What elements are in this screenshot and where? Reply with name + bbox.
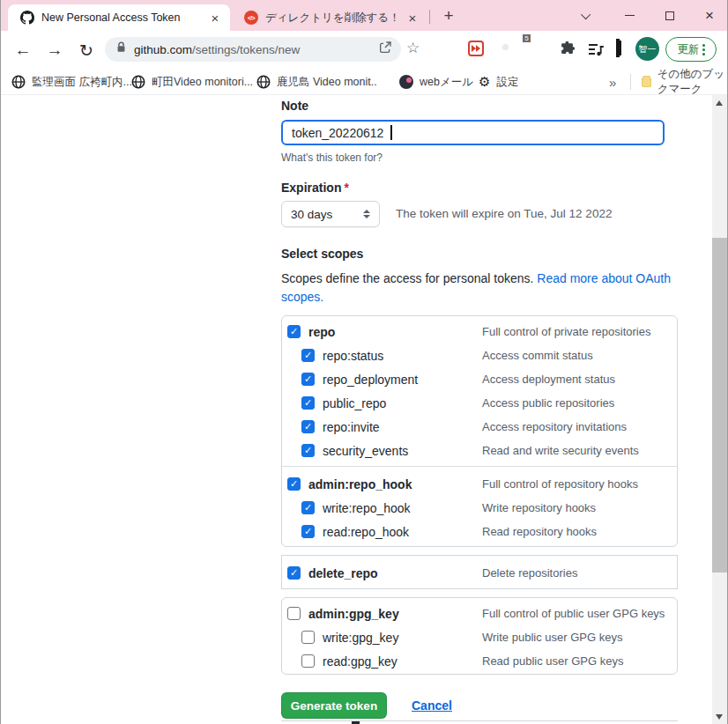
scope-row-public-repo[interactable]: public_repo Access public repositories xyxy=(282,391,677,415)
lock-icon xyxy=(116,41,126,57)
github-page: Note What's this token for? Expiration* … xyxy=(1,95,727,724)
scope-name: repo xyxy=(308,325,335,339)
expiration-label: Expiration* xyxy=(281,181,349,195)
cutoff-section-border xyxy=(281,720,678,721)
checkbox[interactable] xyxy=(301,373,315,386)
bookmark-item-settings[interactable]: ⚙ 設定 xyxy=(479,69,518,95)
globe-icon xyxy=(11,75,26,89)
bookmark-label: 鹿児島 Video monit.. xyxy=(277,75,377,90)
bookmark-item[interactable]: 町田Video monitori... xyxy=(131,69,253,95)
scrollbar-up-arrow-icon[interactable] xyxy=(716,100,723,106)
scope-desc: Read and write security events xyxy=(482,444,639,457)
generate-token-button[interactable]: Generate token xyxy=(281,692,387,719)
scope-name: write:repo_hook xyxy=(323,501,411,515)
scrollbar-thumb[interactable] xyxy=(712,238,727,573)
scope-desc: Delete repositories xyxy=(482,566,577,580)
checkbox[interactable] xyxy=(301,349,315,362)
scope-name: public_repo xyxy=(323,396,386,410)
scope-desc: Access commit status xyxy=(482,349,593,362)
new-tab-button[interactable]: + xyxy=(438,5,459,26)
text-caret xyxy=(390,125,392,140)
scope-name: read:gpg_key xyxy=(323,654,397,669)
scope-desc: Write public user GPG keys xyxy=(482,631,622,644)
checkbox[interactable] xyxy=(301,396,315,410)
note-helper-text: What's this token for? xyxy=(281,151,383,164)
checkbox[interactable] xyxy=(287,566,301,580)
reload-button[interactable]: ↻ xyxy=(75,39,98,62)
scope-name: admin:repo_hook xyxy=(308,477,412,491)
bookmark-item-webmail[interactable]: webメール xyxy=(399,69,473,95)
checkbox[interactable] xyxy=(301,631,315,644)
tab-search-chevron-icon[interactable] xyxy=(572,0,602,31)
browser-window: New Personal Access Token × </> ディレクトリを削… xyxy=(0,0,728,724)
checkbox[interactable] xyxy=(301,654,315,668)
page-scrollbar[interactable] xyxy=(712,95,727,724)
checkbox[interactable] xyxy=(301,420,315,433)
scopes-box: repo Full control of private repositorie… xyxy=(281,315,678,547)
cancel-link[interactable]: Cancel xyxy=(412,698,452,713)
extensions-puzzle-icon[interactable] xyxy=(560,41,575,60)
scope-row-delete-repo[interactable]: delete_repo Delete repositories xyxy=(282,561,677,585)
fastforward-extension-icon[interactable] xyxy=(468,41,484,56)
bookmark-item[interactable]: 鹿児島 Video monit.. xyxy=(256,69,377,95)
scope-row-read-repo-hook[interactable]: read:repo_hook Read repository hooks xyxy=(282,520,677,543)
gear-icon: ⚙ xyxy=(479,74,490,90)
tab-title: New Personal Access Token xyxy=(41,11,200,24)
profile-avatar[interactable]: 智一 xyxy=(635,37,659,61)
scope-row-write-gpg-key[interactable]: write:gpg_key Write public user GPG keys xyxy=(282,625,677,649)
scope-name: repo:invite xyxy=(323,420,380,434)
tab-github-token[interactable]: New Personal Access Token × xyxy=(8,4,230,31)
forward-button[interactable]: → xyxy=(43,39,66,62)
scope-desc: Access repository invitations xyxy=(482,420,627,433)
scope-row-repo-status[interactable]: repo:status Access commit status xyxy=(282,344,677,367)
scope-desc: Full control of public user GPG keys xyxy=(482,607,665,620)
globe-icon xyxy=(131,75,145,89)
other-bookmarks-button[interactable]: その他のブックマーク xyxy=(642,69,727,95)
scope-row-admin-gpg-key[interactable]: admin:gpg_key Full control of public use… xyxy=(282,602,677,625)
checkbox[interactable] xyxy=(287,325,301,338)
scope-row-read-gpg-key[interactable]: read:gpg_key Read public user GPG keys xyxy=(282,649,677,673)
window-close-button[interactable]: × xyxy=(690,0,728,31)
scope-row-repo-deployment[interactable]: repo_deployment Access deployment status xyxy=(282,367,677,391)
tab-close-icon[interactable]: × xyxy=(405,10,420,26)
checkbox[interactable] xyxy=(287,607,301,620)
required-asterisk: * xyxy=(344,181,348,195)
tab-rmdir-article[interactable]: </> ディレクトリを削除する！rmdirコマン × xyxy=(232,4,427,31)
chrome-update-menu-button[interactable]: 更新 xyxy=(665,37,717,62)
note-input[interactable] xyxy=(281,120,665,145)
globe-icon xyxy=(256,75,271,89)
expiration-select[interactable]: 30 days xyxy=(281,201,380,227)
minimize-button[interactable] xyxy=(609,0,650,31)
maximize-button[interactable] xyxy=(650,0,690,31)
scope-name: delete_repo xyxy=(308,566,378,580)
scope-desc: Access deployment status xyxy=(482,373,615,386)
scope-desc: Full control of private repositories xyxy=(482,325,650,338)
tab-close-icon[interactable]: × xyxy=(207,10,223,26)
tab-strip: New Personal Access Token × </> ディレクトリを削… xyxy=(1,0,727,31)
scope-row-repo[interactable]: repo Full control of private repositorie… xyxy=(282,320,677,344)
github-logo-icon xyxy=(20,11,34,25)
bookmark-star-icon[interactable]: ☆ xyxy=(406,39,420,57)
scopes-box: delete_repo Delete repositories xyxy=(281,555,678,589)
browser-toolbar: ← → ↻ github.com/settings/tokens/new ☆ 5… xyxy=(1,31,727,69)
bookmark-item[interactable]: 監理画面 広袴町内... xyxy=(11,69,132,95)
checkbox[interactable] xyxy=(301,501,315,514)
checkbox[interactable] xyxy=(301,444,315,457)
scope-row-repo-invite[interactable]: repo:invite Access repository invitation… xyxy=(282,415,677,439)
kebab-menu-icon xyxy=(702,44,705,55)
scope-row-admin-repo-hook[interactable]: admin:repo_hook Full control of reposito… xyxy=(282,472,677,496)
checkbox[interactable] xyxy=(287,477,301,491)
darkmode-extension-icon[interactable] xyxy=(616,41,620,56)
scope-row-security-events[interactable]: security_events Read and write security … xyxy=(282,439,677,462)
folder-icon xyxy=(642,78,651,87)
playlist-extension-icon[interactable] xyxy=(588,42,604,60)
share-icon[interactable] xyxy=(378,41,392,58)
back-button[interactable]: ← xyxy=(11,39,34,62)
address-bar[interactable]: github.com/settings/tokens/new xyxy=(105,37,401,62)
expiration-value: 30 days xyxy=(291,208,332,221)
scope-row-write-repo-hook[interactable]: write:repo_hook Write repository hooks xyxy=(282,496,677,520)
checkbox[interactable] xyxy=(301,525,315,538)
group-divider xyxy=(282,466,677,467)
scrollbar-down-arrow-icon[interactable] xyxy=(716,714,723,720)
bookmarks-overflow-chevron[interactable]: » xyxy=(609,69,616,95)
